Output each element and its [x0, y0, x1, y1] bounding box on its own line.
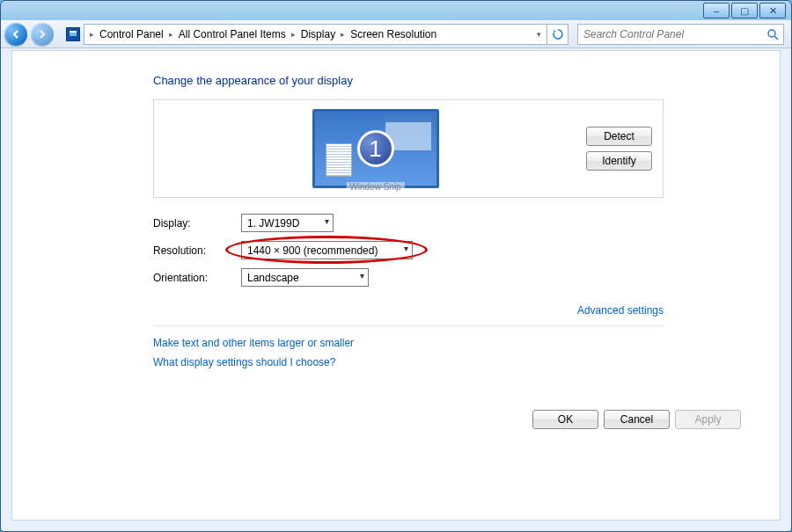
maximize-button[interactable]: ▢	[731, 3, 758, 18]
chevron-right-icon: ▸	[339, 30, 347, 39]
ok-button[interactable]: OK	[532, 410, 598, 429]
orientation-dropdown[interactable]: Landscape	[241, 268, 369, 287]
breadcrumb-control-panel[interactable]: Control Panel	[96, 28, 167, 40]
identify-button[interactable]: Identify	[586, 151, 652, 171]
minimize-button[interactable]: –	[703, 3, 730, 18]
orientation-label: Orientation:	[153, 272, 241, 284]
resolution-label: Resolution:	[153, 244, 241, 257]
svg-line-3	[774, 36, 778, 40]
cancel-button[interactable]: Cancel	[604, 410, 670, 429]
address-dropdown-icon[interactable]: ▾	[532, 30, 546, 39]
display-preview-panel: 1 Window Snip Detect Identify	[153, 99, 664, 198]
chevron-right-icon: ▸	[167, 30, 175, 39]
back-button[interactable]	[4, 23, 27, 46]
display-preview-area[interactable]: 1 Window Snip	[165, 107, 586, 190]
chevron-right-icon: ▸	[88, 30, 96, 39]
display-label: Display:	[153, 217, 241, 230]
text-size-link[interactable]: Make text and other items larger or smal…	[153, 337, 664, 349]
monitor-caption: Window Snip	[346, 182, 404, 192]
svg-rect-1	[70, 31, 77, 33]
breadcrumb-screen-resolution[interactable]: Screen Resolution	[347, 28, 440, 40]
resolution-dropdown[interactable]: 1440 × 900 (recommended)	[241, 241, 413, 259]
breadcrumb-display[interactable]: Display	[297, 28, 339, 40]
search-icon[interactable]	[762, 28, 783, 40]
display-settings-icon	[66, 27, 80, 41]
svg-point-2	[768, 30, 775, 37]
page-title: Change the appearance of your display	[153, 74, 664, 87]
window: – ▢ ✕ ▸ Control Panel ▸ All Control Pane…	[0, 0, 792, 532]
titlebar: – ▢ ✕	[1, 1, 791, 20]
address-bar[interactable]: ▸ Control Panel ▸ All Control Panel Item…	[84, 24, 568, 45]
display-dropdown[interactable]: 1. JW199D	[241, 214, 334, 232]
content-pane: Change the appearance of your display 1 …	[11, 50, 781, 521]
detect-button[interactable]: Detect	[586, 127, 652, 146]
divider	[153, 325, 664, 326]
monitor-number-badge: 1	[357, 130, 394, 167]
search-input[interactable]	[578, 28, 762, 40]
dialog-actions: OK Cancel Apply	[532, 410, 741, 429]
chevron-right-icon: ▸	[290, 30, 297, 39]
advanced-settings-link[interactable]: Advanced settings	[577, 304, 664, 317]
search-box[interactable]	[577, 24, 784, 45]
refresh-button[interactable]	[546, 24, 568, 45]
forward-button[interactable]	[31, 23, 54, 46]
breadcrumb-all-items[interactable]: All Control Panel Items	[175, 28, 290, 40]
apply-button[interactable]: Apply	[675, 410, 741, 429]
close-button[interactable]: ✕	[759, 3, 786, 18]
help-link[interactable]: What display settings should I choose?	[153, 356, 664, 368]
navigation-toolbar: ▸ Control Panel ▸ All Control Panel Item…	[1, 20, 791, 48]
monitor-icon[interactable]: 1	[312, 109, 439, 188]
